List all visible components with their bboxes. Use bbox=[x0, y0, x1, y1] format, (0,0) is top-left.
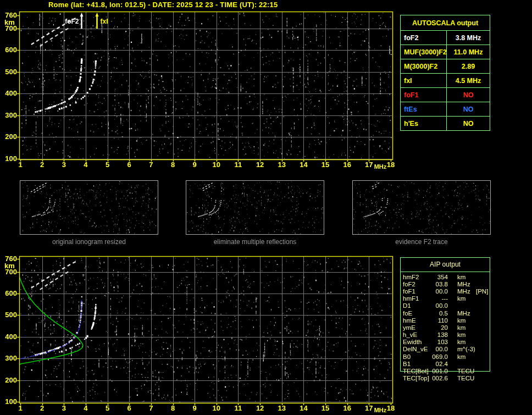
autoscala-row-h'Es: h'EsNO bbox=[401, 116, 490, 130]
autoscala-param-value: NO bbox=[447, 117, 490, 130]
aip-value: 00.0 bbox=[430, 346, 448, 352]
autoscala-row-ftEs: ftEsNO bbox=[401, 102, 490, 116]
autoscala-row-foF1: foF1NO bbox=[401, 87, 490, 102]
aip-row-foF2: foF203.8MHz bbox=[403, 280, 513, 287]
autoscala-output-table: AUTOSCALA output foF23.8 MHzMUF(3000)F21… bbox=[400, 15, 490, 131]
aip-unit: TECU bbox=[457, 368, 473, 374]
aip-output-title: AIP output bbox=[400, 257, 490, 272]
autoscala-param-label: M(3000)F2 bbox=[401, 59, 447, 73]
aip-value: 002.6 bbox=[430, 375, 448, 381]
aip-row-B1: B102.4 bbox=[403, 360, 513, 367]
autoscala-param-label: MUF(3000)F2 bbox=[401, 45, 447, 59]
aip-row-foF1: foF100.0MHz[PN] bbox=[403, 287, 513, 295]
aip-unit: km bbox=[457, 317, 473, 324]
aip-row-TEC[Top]: TEC[Top]002.6TECU bbox=[403, 375, 513, 382]
aip-label: DelN_vE bbox=[403, 346, 430, 352]
aip-label: foF2 bbox=[403, 281, 430, 287]
aip-label: hmF1 bbox=[403, 295, 430, 302]
thumbnail-caption-evidence: evidence F2 trace bbox=[395, 238, 447, 246]
aip-unit: MHz bbox=[457, 281, 473, 287]
aip-unit: MHz bbox=[457, 288, 473, 295]
autoscala-param-value: 4.5 MHz bbox=[447, 74, 490, 87]
aip-row-hmF1: hmF1---km bbox=[403, 295, 513, 302]
aip-label: h_vE bbox=[403, 331, 430, 338]
aip-label: TEC[Top] bbox=[403, 375, 430, 381]
aip-label: ymE bbox=[403, 324, 430, 331]
aip-unit: TECU bbox=[457, 375, 473, 381]
aip-row-Ewidth: Ewidth103km bbox=[403, 339, 513, 346]
aip-value: 103 bbox=[430, 339, 448, 345]
aip-unit: km bbox=[457, 274, 473, 280]
autoscala-output-title: AUTOSCALA output bbox=[401, 15, 490, 30]
aip-label: foE bbox=[403, 310, 430, 317]
autoscala-param-label: foF2 bbox=[401, 31, 447, 45]
autoscala-row-fxI: fxI4.5 MHz bbox=[401, 73, 490, 87]
aip-row-foE: foE0.5MHz bbox=[403, 309, 513, 317]
aip-value: 00.0 bbox=[430, 288, 448, 295]
aip-unit: km bbox=[457, 353, 473, 360]
aip-value: 20 bbox=[430, 324, 448, 331]
autoscala-row-M(3000)F2: M(3000)F22.89 bbox=[401, 59, 490, 73]
aip-unit: km bbox=[457, 331, 473, 338]
aip-value: 138 bbox=[430, 331, 448, 338]
aip-header-divider bbox=[401, 272, 490, 272]
aip-value: 001.0 bbox=[430, 368, 448, 374]
aip-label: hmE bbox=[403, 317, 430, 324]
thumbnail-caption-eliminate: eliminate multiple reflections bbox=[214, 238, 297, 246]
autoscala-param-label: foF1 bbox=[401, 88, 447, 102]
aip-value: 03.8 bbox=[430, 281, 448, 287]
aip-row-hmF2: hmF2354km bbox=[403, 273, 513, 280]
autoscala-param-value: 3.8 MHz bbox=[447, 31, 490, 45]
aip-unit: km bbox=[457, 324, 473, 331]
aip-label: D1 bbox=[403, 302, 430, 309]
aip-unit: MHz bbox=[457, 310, 473, 317]
autoscala-param-value: 11.0 MHz bbox=[447, 45, 490, 59]
aip-row-TEC[Bot]: TEC[Bot]001.0TECU bbox=[403, 367, 513, 374]
autoscala-param-value: NO bbox=[447, 102, 490, 116]
aip-rows: hmF2354kmfoF203.8MHzfoF100.0MHz[PN]hmF1-… bbox=[403, 273, 513, 382]
aip-value: 069.0 bbox=[430, 353, 448, 360]
aip-extra: [PN] bbox=[476, 288, 488, 295]
aip-unit: km bbox=[457, 339, 473, 345]
aip-label: foF1 bbox=[403, 288, 430, 295]
aip-row-hmE: hmE110km bbox=[403, 317, 513, 324]
autoscala-screen: Rome (lat: +41.8, lon: 012.5) - DATE: 20… bbox=[0, 0, 532, 415]
aip-value: 02.4 bbox=[430, 361, 448, 367]
aip-row-h_vE: h_vE138km bbox=[403, 331, 513, 339]
autoscala-param-label: ftEs bbox=[401, 102, 447, 116]
aip-row-B0: B0069.0km bbox=[403, 353, 513, 360]
aip-unit: m^(-3) bbox=[457, 346, 473, 352]
thumbnail-caption-original: original ionogram resized bbox=[52, 238, 126, 246]
autoscala-param-value: NO bbox=[447, 88, 490, 102]
aip-label: hmF2 bbox=[403, 274, 430, 280]
aip-value: 110 bbox=[430, 317, 448, 324]
aip-row-D1: D100.0 bbox=[403, 302, 513, 309]
aip-value: 00.0 bbox=[430, 302, 448, 309]
aip-value: --- bbox=[430, 295, 448, 302]
autoscala-param-value: 2.89 bbox=[447, 59, 490, 73]
autoscala-param-label: h'Es bbox=[401, 117, 447, 130]
autoscala-param-label: fxI bbox=[401, 74, 447, 87]
autoscala-rows: foF23.8 MHzMUF(3000)F211.0 MHzM(3000)F22… bbox=[401, 30, 490, 130]
aip-label: B0 bbox=[403, 353, 430, 360]
station-date-title: Rome (lat: +41.8, lon: 012.5) - DATE: 20… bbox=[48, 1, 278, 9]
autoscala-row-MUF(3000)F2: MUF(3000)F211.0 MHz bbox=[401, 45, 490, 59]
aip-value: 354 bbox=[430, 274, 448, 280]
autoscala-row-foF2: foF23.8 MHz bbox=[401, 30, 490, 45]
aip-label: TEC[Bot] bbox=[403, 368, 430, 374]
aip-row-ymE: ymE20km bbox=[403, 324, 513, 331]
aip-label: Ewidth bbox=[403, 339, 430, 345]
aip-row-DelN_vE: DelN_vE00.0m^(-3) bbox=[403, 346, 513, 353]
aip-value: 0.5 bbox=[430, 310, 448, 317]
aip-label: B1 bbox=[403, 361, 430, 367]
aip-unit: km bbox=[457, 295, 473, 302]
